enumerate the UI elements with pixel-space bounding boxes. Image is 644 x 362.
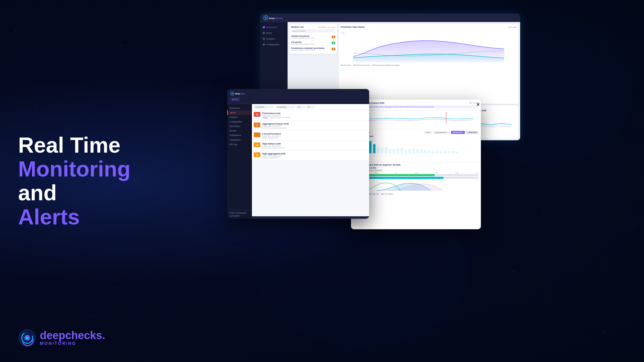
svg-rect-101 (432, 151, 434, 153)
svg-rect-92 (397, 148, 399, 153)
alerts-nav-analysis[interactable]: Analysis (227, 115, 252, 119)
sidebar-item-dashboard[interactable]: Dashboard (260, 24, 288, 30)
svg-rect-90 (389, 149, 391, 153)
svg-point-31 (120, 44, 122, 46)
svg-rect-88 (381, 148, 383, 153)
svg-rect-89 (385, 147, 387, 153)
alerts-nav-config[interactable]: Configuration (227, 119, 252, 124)
models-errors: ▲ 5 errors (318, 26, 327, 28)
aggregated-select[interactable]: Aggregated Fe... (433, 131, 450, 134)
close-icon[interactable]: ✕ (476, 102, 478, 104)
trend-select[interactable]: Trend (424, 131, 432, 134)
drift-score-label: Drift Score (Earth Mover's Distance) (353, 170, 478, 171)
drift-feature-name: cart_to_p_frac (#1 in F1) (353, 167, 478, 169)
svg-text:deep: deep (235, 93, 240, 95)
research-btn[interactable]: RESEARCH (451, 131, 465, 134)
hero-line4: Alerts (18, 205, 130, 229)
distribution-chart (353, 182, 478, 191)
alerts-nav-integrations[interactable]: Integrations (227, 138, 252, 142)
svg-rect-85 (369, 141, 372, 153)
prediction-status-title: Prediction Data Status (341, 26, 365, 28)
logo-text-area: deepchecks. MONITORING (40, 330, 105, 346)
hero-line2: Monitoring (18, 157, 130, 181)
alerts-nav-models[interactable]: Models (227, 129, 252, 133)
svg-rect-95 (408, 149, 411, 153)
svg-text:checks: checks (240, 93, 245, 95)
drilldown-screenshot: Aggregated Feature Drift ✕ L2 Weighted D… (351, 100, 481, 229)
svg-rect-91 (393, 149, 395, 153)
svg-text:deep: deep (269, 17, 275, 20)
svg-rect-104 (444, 151, 446, 153)
svg-point-24 (120, 105, 121, 106)
alerts-nav-api[interactable]: API Key (227, 142, 252, 147)
alerts-tab[interactable]: Alerts (230, 97, 240, 101)
alerts-nav-rules[interactable]: Alert Rules (227, 124, 252, 129)
svg-point-30 (60, 14, 61, 16)
filter-all-1[interactable]: All (296, 106, 305, 109)
svg-rect-96 (412, 149, 415, 153)
hero-text: Real Time Monitoring and Alerts (18, 133, 130, 229)
model-item-2[interactable]: Car-prices Last data update: Sep 30, 202… (291, 40, 335, 46)
prediction-chart (341, 35, 517, 62)
svg-text:checks: checks (274, 17, 283, 20)
logo-name: deepchecks. (40, 330, 105, 341)
svg-rect-93 (401, 147, 403, 153)
svg-point-48 (26, 336, 29, 339)
alert-item-4[interactable]: 13 High-feature-drift Latest alert: 09/1… (252, 141, 369, 151)
legend-airbnb: Airbnb-rent prices (354, 64, 370, 66)
brand-logo: deepchecks. MONITORING (18, 329, 105, 347)
legend-ecommerce: Ecommerce-customer purchases (372, 64, 400, 66)
sidebar-item-configuration[interactable]: Configuration (260, 42, 288, 47)
date-from-input[interactable]: 01/09/2022 (254, 106, 273, 109)
alert-item-2[interactable]: 2 Aggregated Feature Drift Latest alert:… (252, 121, 369, 131)
svg-point-26 (30, 241, 31, 242)
svg-line-3 (15, 30, 91, 75)
svg-point-29 (90, 316, 92, 318)
svg-point-21 (14, 29, 16, 31)
drift-section: Aggregated Feature Drift On Segment: All… (351, 162, 481, 196)
action-icon-2[interactable] (473, 102, 475, 104)
svg-rect-100 (428, 150, 430, 153)
drilldown-mini-chart (353, 112, 478, 124)
svg-rect-105 (448, 151, 450, 153)
distribution-plot-label: Distribution Plot (353, 180, 478, 182)
svg-rect-99 (424, 150, 427, 153)
hero-line1: Real Time (18, 133, 130, 157)
compare-btn[interactable]: COMPARE (466, 131, 478, 134)
screenshots-container: deep checks Dashboard Alerts Analysis (206, 0, 644, 362)
model-search[interactable]: Search model... (291, 29, 335, 33)
svg-point-40 (136, 181, 137, 182)
alert-item-5[interactable]: 13 High-aggregated-drift Latest alert: 0… (252, 151, 369, 160)
alerts-screenshot: deep checks Alerts Dashboard Alerts Anal… (227, 89, 369, 219)
svg-rect-107 (456, 151, 458, 153)
alerts-nav-notif[interactable]: Notifications (227, 133, 252, 138)
hero-section: Real Time Monitoring and Alerts (18, 133, 130, 229)
svg-rect-106 (452, 151, 454, 153)
models-warnings: ▲ 8 warn (327, 26, 335, 28)
hero-line3: and (18, 181, 130, 205)
alerts-logo-icon: deep checks (230, 91, 245, 96)
legend-train-hist: Train Hist (369, 193, 379, 195)
model-item-3[interactable]: Ecommerce-customer purchases Last data u… (291, 46, 335, 52)
svg-rect-87 (377, 147, 379, 153)
logo-subtitle: MONITORING (40, 341, 105, 346)
alert-item-1[interactable]: 13 Performance-low Latest alert: 09/09/2… (252, 110, 369, 121)
svg-line-13 (91, 45, 121, 75)
logo-icon (18, 329, 36, 347)
alerts-nav-alerts[interactable]: Alerts (227, 110, 252, 115)
svg-point-71 (232, 93, 233, 94)
sidebar-item-analysis[interactable]: Analysis (260, 36, 288, 42)
alert-item-3[interactable]: Low performance Latest alert: 09/14/2022… (252, 131, 369, 141)
time-range[interactable]: Last week (508, 26, 517, 28)
filter-all-2[interactable]: All (306, 106, 315, 109)
sidebar-item-alerts[interactable]: Alerts (260, 30, 288, 36)
svg-point-42 (114, 286, 115, 287)
svg-rect-102 (436, 150, 438, 153)
date-to-input[interactable]: 01/09/2022 (276, 106, 295, 109)
model-item-1[interactable]: Airbnb-rent prices Last data update: Sep… (291, 34, 335, 40)
drilldown-breadcrumb: L2 Weighted Drift Score ▸ 0.38 | Check: … (353, 105, 478, 108)
svg-line-11 (15, 15, 60, 30)
alerts-nav-dashboard[interactable]: Dashboard (227, 106, 252, 110)
action-icon-1[interactable] (469, 102, 472, 104)
svg-rect-94 (404, 150, 407, 153)
